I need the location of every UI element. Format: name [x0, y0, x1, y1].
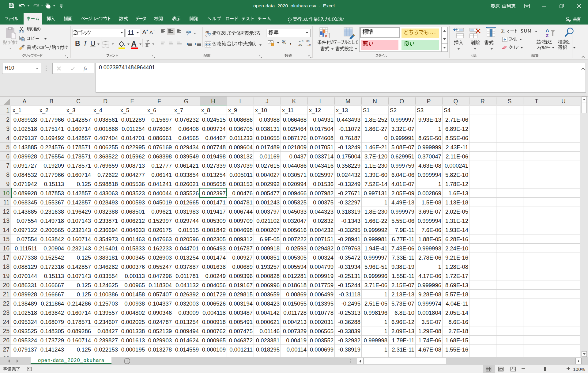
svg-text:.00: .00: [306, 40, 310, 43]
svg-text:←.0: ←.0: [298, 40, 303, 43]
svg-text:A: A: [546, 28, 549, 33]
svg-text:≠: ≠: [325, 33, 327, 38]
svg-text:ab: ab: [186, 30, 190, 33]
svg-text:.00: .00: [298, 43, 302, 46]
svg-text:ab: ab: [205, 30, 209, 34]
svg-text:→.0: →.0: [306, 43, 311, 46]
svg-text:Z: Z: [546, 33, 548, 38]
svg-text:fx: fx: [84, 66, 87, 71]
svg-text:c: c: [205, 34, 207, 37]
